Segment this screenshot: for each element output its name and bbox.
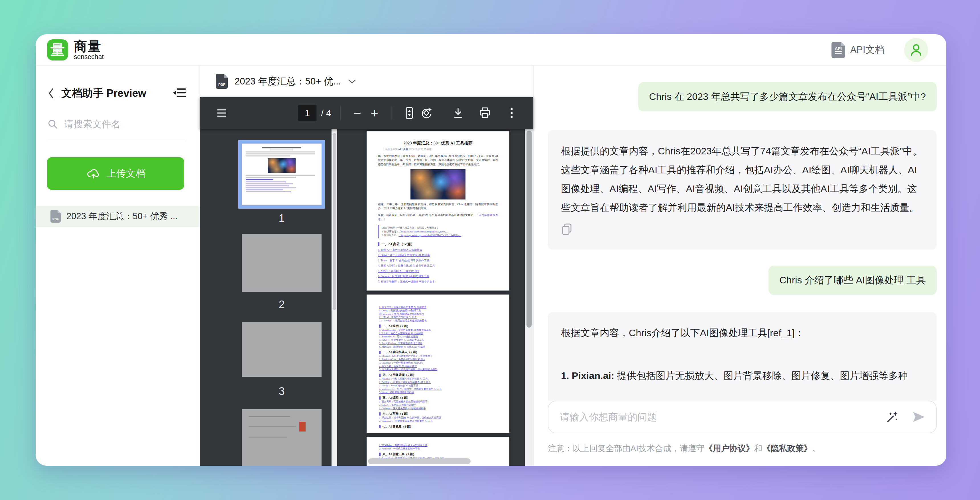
pdf-page-2: 8. 通义智文：阿里云推出的免费 AI 阅读助手9. DeepL：无比强大的免费… xyxy=(367,294,509,433)
rotate-icon[interactable] xyxy=(418,104,435,122)
article-link[interactable]: 1. 通义灵码：阿里云推出的免费智能编码助手 xyxy=(379,400,497,403)
user-message: Chris 介绍了哪些 AI图像处理 工具 xyxy=(768,266,937,295)
article-link[interactable]: 5. AiPPT：全智能 AI 一键生成 PPT xyxy=(378,269,498,273)
article-link-list: 8. 通义智文：阿里云推出的免费 AI 阅读助手9. DeepL：无比强大的免费… xyxy=(379,306,497,322)
zoom-out-button[interactable]: − xyxy=(349,104,366,122)
upload-document-button[interactable]: 上传文档 xyxy=(47,157,184,190)
article-link[interactable]: 6. AIDesign：腾讯智能 AI 在线 Logo 生成器 xyxy=(379,346,497,348)
article-paragraph: 现在，就让我们一起来回顾“AI 工具派”在 2023 年分享的那些不可错过的文章… xyxy=(378,213,498,222)
page-view-horizontal-scrollbar[interactable] xyxy=(368,458,471,464)
article-link[interactable]: 11. PMAI：优秀的产品经理 AI 帮手 xyxy=(379,316,497,319)
app-background: 量 商量 sensechat API API文档 xyxy=(0,0,980,500)
article-link[interactable]: 6. Gamma：目前最好用的 AI 生成 PPT 工具 xyxy=(378,275,498,278)
assistant-message: 根据文章内容，Chris介绍了以下AI图像处理工具[ref_1]： 1. Pix… xyxy=(548,312,937,401)
document-name: 2023 年度汇总：50+ 优秀 ... xyxy=(67,210,178,222)
send-icon[interactable] xyxy=(912,411,926,423)
back-chevron-icon[interactable] xyxy=(48,88,54,99)
article-link[interactable]: 4. QrGPT：完全免费的 AI 二维码生成工具 xyxy=(379,339,497,342)
pdf-page-view: 2023 年度汇总：50+ 优秀 AI 工具推荐 原创 王平安 AI工具派 20… xyxy=(337,129,533,466)
pdf-doc-icon: PDF xyxy=(216,74,228,89)
search-icon xyxy=(48,119,58,129)
chat-input[interactable] xyxy=(560,412,885,423)
article-link[interactable]: 1. Pixian.ai：轻松去除图片背景的免费 AI 工具 xyxy=(379,377,497,380)
article-quote-block: Chris 还整理了一份「AI工具派」知识库，方便阅读：1. 知识库地址：「ht… xyxy=(378,225,498,239)
toolbar-divider xyxy=(340,107,340,120)
article-link[interactable]: 1. Claude2：GPT4 强劲竞争对手来了，完全免费！ xyxy=(379,355,497,358)
api-doc-link[interactable]: API API文档 xyxy=(832,42,884,58)
assistant-message-text: 根据文章内容，Chris介绍了以下AI图像处理工具[ref_1]： xyxy=(561,323,924,342)
page-number-input[interactable]: 1 xyxy=(298,105,317,121)
article-link[interactable]: 2. TrikAI：更适合中国宝宝的 AI 绘画神器 xyxy=(379,332,497,335)
article-link[interactable]: 3. Shortbread.ai：用 AI 一键生成漫画 xyxy=(379,335,497,338)
article-link[interactable]: 2. DeOldify：让老照片焕发新生的神奇 AI 工具！ xyxy=(379,381,497,384)
download-icon[interactable] xyxy=(450,104,467,122)
assistant-message-text: 1. Pixian.ai: 提供包括图片无损放大、图片背景移除、图片修复、图片增… xyxy=(561,366,924,385)
article-hero-image xyxy=(410,169,466,200)
article-link[interactable]: 10. Wiseone：用 AI 帮助你高效阅读和学习 xyxy=(379,313,497,316)
page-count-label: / 4 xyxy=(321,108,331,118)
assistant-message: 根据提供的文章内容，Chris在2023年总共写了74篇文章发布在公众号“AI工… xyxy=(548,130,937,250)
article-link[interactable]: 3. Firefly：Adobe 推出的 AI 绘图工具 xyxy=(379,384,497,387)
article-link[interactable]: 3. Cognosys：一分钟配置自己的 AutoGPT xyxy=(379,362,497,364)
thumbnail-page-2[interactable] xyxy=(242,234,321,292)
app-window: 量 商量 sensechat API API文档 xyxy=(36,34,947,466)
privacy-policy-link[interactable]: 《隐私政策》 xyxy=(762,444,812,453)
thumbnail-scrollbar[interactable] xyxy=(331,129,337,466)
article-link[interactable]: 1. 深言达意：清华出品的 AI 文案神器，让你的文案变高级 xyxy=(379,416,497,419)
article-link[interactable]: 4. Vectorizer AI：图片无损放大、位图转矢量图像的 AI 工具 xyxy=(379,388,497,391)
section-heading: 七、AI 音视频（2 篇） xyxy=(379,425,497,429)
zoom-in-button[interactable]: + xyxy=(366,104,383,122)
copy-icon[interactable] xyxy=(561,223,573,236)
fit-page-icon[interactable] xyxy=(401,104,418,122)
brand-subtitle: sensechat xyxy=(74,53,104,60)
article-link[interactable]: 4. 通义万相：阿里云 AI 绘画大模型 xyxy=(379,365,497,368)
thumbnail-page-1[interactable] xyxy=(238,140,325,209)
user-avatar[interactable] xyxy=(904,38,928,62)
document-list-item-selected[interactable]: PDF 2023 年度汇总：50+ 优秀 ... xyxy=(36,206,199,227)
quote-link[interactable]: 「https://mp.weixin.qq.com/s/b40QXPMvxTk_… xyxy=(399,234,461,236)
pdf-doc-selector[interactable]: PDF 2023 年度汇总：50+ 优... xyxy=(200,65,533,97)
quote-link[interactable]: 「https://www.yuque.com/wangpingan/ai_too… xyxy=(399,230,447,233)
thumbnail-page-4[interactable] xyxy=(242,409,321,466)
page-view-vertical-scrollbar[interactable] xyxy=(525,129,533,466)
main-layout: 文档助手 Preview xyxy=(36,65,947,466)
section-heading: 二、AI 绘图（6 篇） xyxy=(379,324,497,328)
article-link[interactable]: 2. Podcastle：一站式在线播客制作平台 xyxy=(379,447,497,450)
magic-wand-icon[interactable] xyxy=(885,410,899,424)
article-title: 2023 年度汇总：50+ 优秀 AI 工具推荐 xyxy=(378,141,498,146)
section-heading: 四、AI 图像处理（5 篇） xyxy=(379,373,497,377)
thumbnail-page-3[interactable] xyxy=(242,322,321,377)
article-link[interactable]: 1. Visual Electric：专业的高质量 AI 图像生成工具 xyxy=(379,329,497,332)
article-link[interactable]: 5. Hama：轻松擦除照片中的内容 xyxy=(379,391,497,394)
article-link[interactable]: 3. Codeium：强大且免费的 AI 智能编程助手 xyxy=(379,407,497,410)
article-link[interactable]: 5. 讯飞星火大模型：讯飞推出的新一代认知智能大模型 xyxy=(379,368,497,371)
person-icon xyxy=(909,43,924,58)
pdf-panel: PDF 2023 年度汇总：50+ 优... xyxy=(200,65,534,466)
article-byline: 原创 王平安 AI工具派 2023-12-28 20:55 福建 xyxy=(385,148,498,151)
article-link[interactable]: 8. 通义智文：阿里云推出的免费 AI 阅读助手 xyxy=(379,306,497,309)
article-link[interactable]: 2. SafurAI：新的人工智能代码助手 xyxy=(379,404,497,407)
assistant-message-text-clipped: 功能 xyxy=(561,399,924,401)
pdf-doc-title: 2023 年度汇总：50+ 优... xyxy=(235,75,341,88)
pdf-viewer: 1 / 4 − + xyxy=(200,97,533,466)
search-input[interactable] xyxy=(64,119,185,129)
article-link[interactable]: 12. ChartGPT：使用自然语言构建精美的图表 xyxy=(379,319,497,322)
article-link[interactable]: 9. DeepL：无比强大的免费 AI 翻译工具 xyxy=(379,309,497,312)
article-link[interactable]: 1. 知我 AI：高效的知识达人阅读神器 xyxy=(378,248,498,252)
article-link[interactable]: 5. Emoji Kitchen：非常有趣的表情合成器 xyxy=(379,342,497,345)
sidebar-header: 文档助手 Preview xyxy=(48,86,186,101)
article-link[interactable]: 2. Quivr：基于 ChatGPT 的可交互 AI 知识库 xyxy=(378,253,498,257)
collapse-panel-icon[interactable] xyxy=(172,87,186,100)
article-link[interactable]: 2. Grammarly：帮助你提高英文写作质量的 AI 工具 xyxy=(379,420,497,423)
user-agreement-link[interactable]: 《用户协议》 xyxy=(704,444,754,453)
article-link[interactable]: 4. 美图 AI PPT：免费在线 AI 生成 PPT 设计工具 xyxy=(378,264,498,268)
article-link[interactable]: 2. Forefront Chat：免费的 GPT-4 聊天机器人 xyxy=(379,358,497,361)
thumbnail-1-label: 1 xyxy=(238,212,325,225)
article-link[interactable]: 3. Tome：基于 AI 自动生成 PPT 的制作工具 xyxy=(378,259,498,262)
more-options-icon[interactable] xyxy=(503,104,520,122)
menu-icon[interactable] xyxy=(213,104,230,122)
article-link[interactable]: 1. TTSMaker：免费好用的 AI 文本转语音工具 xyxy=(379,444,497,447)
print-icon[interactable] xyxy=(476,104,493,122)
article-link[interactable]: 7. 有道灵动翻译：沉浸式一键翻译网页中的文本 xyxy=(378,280,498,284)
pdf-badge-text: PDF xyxy=(51,217,61,221)
